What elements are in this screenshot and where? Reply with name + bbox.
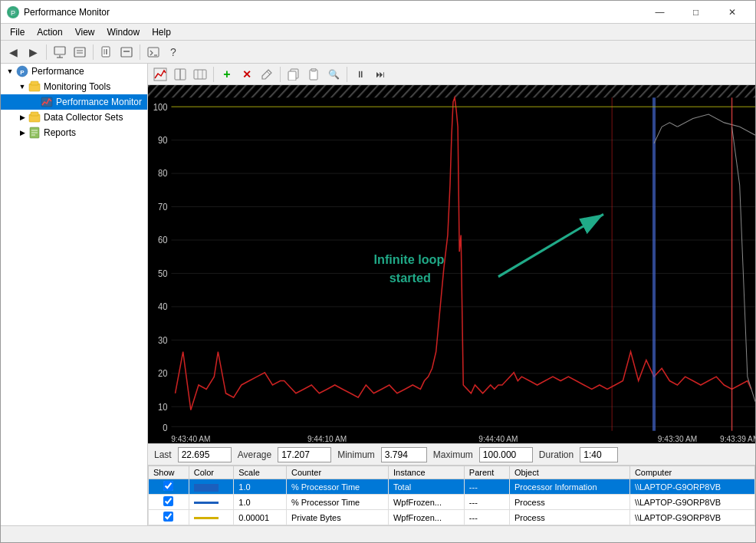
cell-counter: % Processor Time xyxy=(286,479,388,495)
forward-button[interactable]: ▶ xyxy=(24,43,42,61)
col-show: Show xyxy=(149,466,189,479)
cell-parent: --- xyxy=(464,510,509,525)
copy-button[interactable] xyxy=(284,66,303,83)
table-row[interactable]: 1.0% Processor TimeWpfFrozen...---Proces… xyxy=(149,495,755,510)
properties-button[interactable] xyxy=(117,43,136,61)
svg-text:30: 30 xyxy=(158,335,167,344)
minimum-label: Minimum xyxy=(337,449,375,460)
monitoring-tools-label: Monitoring Tools xyxy=(44,81,110,92)
minimum-value[interactable] xyxy=(381,447,427,462)
data-table-container: Show Color Scale Counter Instance Parent… xyxy=(148,465,755,525)
sidebar-item-performance-monitor[interactable]: Performance Monitor xyxy=(1,94,147,110)
new-button[interactable] xyxy=(97,43,116,61)
svg-text:9:43:30 AM: 9:43:30 AM xyxy=(658,433,697,443)
pause-button[interactable]: ⏸ xyxy=(351,66,370,83)
svg-rect-18 xyxy=(31,81,38,85)
maximize-button[interactable]: □ xyxy=(679,5,713,20)
sidebar-item-reports[interactable]: ▶ Reports xyxy=(1,125,147,140)
main-toolbar: ◀ ▶ ? xyxy=(1,41,755,64)
stats-bar: Last Average Minimum Maximum Duration xyxy=(148,443,755,465)
performance-icon: P xyxy=(16,65,28,77)
step-button[interactable]: ⏭ xyxy=(371,66,390,83)
console-button[interactable] xyxy=(144,43,163,61)
svg-line-32 xyxy=(267,71,270,74)
window-title: Performance Monitor xyxy=(24,7,110,18)
average-value[interactable] xyxy=(278,447,331,462)
edit-counter-button[interactable] xyxy=(258,66,276,83)
window-controls: — □ ✕ xyxy=(643,5,749,20)
main-window: P Performance Monitor — □ ✕ File Action … xyxy=(0,0,756,543)
menu-file[interactable]: File xyxy=(4,25,31,39)
sidebar-item-performance[interactable]: ▼ P Performance xyxy=(1,64,147,79)
last-value[interactable] xyxy=(178,447,232,462)
show-button[interactable] xyxy=(71,43,89,61)
chart-toolbar: + ✕ xyxy=(148,64,755,85)
average-label: Average xyxy=(238,449,271,460)
svg-text:60: 60 xyxy=(158,235,167,245)
menu-view[interactable]: View xyxy=(69,25,101,39)
duration-value[interactable] xyxy=(580,447,618,462)
table-row[interactable]: 0.00001Private BytesWpfFrozen...---Proce… xyxy=(149,510,755,525)
cell-scale: 1.0 xyxy=(234,495,287,510)
zoom-button[interactable]: 🔍 xyxy=(324,66,343,83)
col-object: Object xyxy=(509,466,629,479)
svg-rect-2 xyxy=(54,47,65,54)
perf-monitor-icon xyxy=(41,96,53,108)
cell-instance: WpfFrozen... xyxy=(388,510,464,525)
svg-text:90: 90 xyxy=(158,136,167,145)
svg-text:40: 40 xyxy=(158,302,167,311)
data-collector-icon xyxy=(28,111,41,123)
sidebar-item-data-collector-sets[interactable]: ▶ Data Collector Sets xyxy=(1,110,147,125)
minimize-button[interactable]: — xyxy=(643,5,677,20)
maximum-value[interactable] xyxy=(479,447,533,462)
cell-color xyxy=(189,510,234,525)
close-button[interactable]: ✕ xyxy=(715,5,749,20)
expander-reports: ▶ xyxy=(16,127,28,139)
status-bar xyxy=(1,525,755,542)
cell-counter: Private Bytes xyxy=(286,510,388,525)
chart-area: 100 90 80 70 60 50 40 30 20 10 0 xyxy=(148,85,755,443)
cell-instance: WpfFrozen... xyxy=(388,495,464,510)
svg-text:P: P xyxy=(11,9,15,17)
expander-performance: ▼ xyxy=(4,65,16,77)
content-area: + ✕ xyxy=(148,64,755,525)
add-counter-button[interactable]: + xyxy=(218,66,236,83)
menu-action[interactable]: Action xyxy=(31,25,68,39)
svg-rect-21 xyxy=(31,112,38,116)
toolbar-sep-3 xyxy=(140,44,140,60)
view-button[interactable] xyxy=(191,66,209,83)
sidebar-item-monitoring-tools[interactable]: ▼ Monitoring Tools xyxy=(1,79,147,94)
last-label: Last xyxy=(154,449,172,460)
help-button[interactable]: ? xyxy=(164,43,182,61)
perf-monitor-label: Performance Monitor xyxy=(56,97,142,107)
col-computer: Computer xyxy=(629,466,754,479)
sidebar: ▼ P Performance ▼ Monit xyxy=(1,64,148,525)
expander-dcs: ▶ xyxy=(16,111,28,123)
cell-color xyxy=(189,479,234,495)
chart-sep-2 xyxy=(280,67,281,82)
back-button[interactable]: ◀ xyxy=(4,43,22,61)
up-button[interactable] xyxy=(51,43,69,61)
menu-help[interactable]: Help xyxy=(146,25,177,39)
col-color: Color xyxy=(189,466,234,479)
table-row[interactable]: 1.0% Processor TimeTotal---Processor Inf… xyxy=(149,479,755,495)
cell-color xyxy=(189,495,234,510)
freeze-button[interactable] xyxy=(171,66,189,83)
delete-counter-button[interactable]: ✕ xyxy=(238,66,256,83)
cell-computer: \\LAPTOP-G9ORP8VB xyxy=(629,479,754,495)
paste-button[interactable] xyxy=(304,66,323,83)
menu-bar: File Action View Window Help xyxy=(1,24,755,41)
svg-text:50: 50 xyxy=(158,268,167,278)
svg-text:80: 80 xyxy=(158,169,167,178)
toolbar-sep-2 xyxy=(93,44,94,60)
chart-type-button[interactable] xyxy=(151,66,169,83)
svg-text:70: 70 xyxy=(158,202,167,212)
menu-window[interactable]: Window xyxy=(101,25,146,39)
svg-rect-11 xyxy=(121,48,132,57)
svg-text:100: 100 xyxy=(153,102,168,111)
cell-instance: Total xyxy=(388,479,464,495)
cell-show xyxy=(149,479,189,495)
reports-label: Reports xyxy=(44,127,76,138)
cell-scale: 1.0 xyxy=(234,479,287,495)
performance-label: Performance xyxy=(31,66,84,77)
